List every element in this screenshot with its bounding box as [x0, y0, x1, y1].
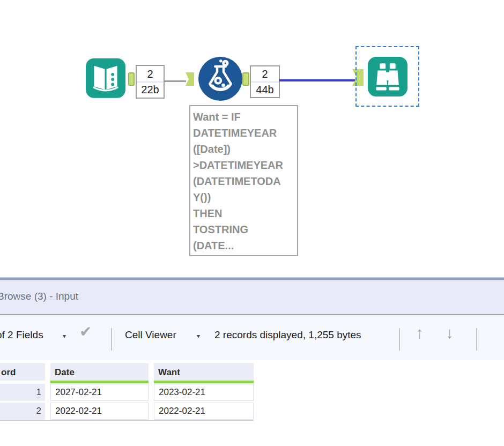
- input-data-tool[interactable]: [86, 57, 125, 98]
- input-output-anchor[interactable]: [128, 72, 135, 86]
- alteryx-window: 2 22b: [0, 0, 504, 446]
- formula-annotation[interactable]: Want = IF DATETIMEYEAR ([Date]) >DATETIM…: [189, 105, 298, 256]
- chevron-down-icon[interactable]: ▾: [197, 332, 200, 340]
- data-size: 22b: [141, 83, 159, 97]
- down-arrow-button[interactable]: ↓: [446, 324, 454, 342]
- record-count: 2: [147, 67, 153, 81]
- column-header-record[interactable]: ord: [0, 363, 45, 381]
- toolbar-divider: [111, 328, 112, 351]
- toolbar-divider: [399, 328, 400, 351]
- results-toolbar: of 2 Fields ▾ ✔ Cell Viewer ▾ 2 records …: [0, 315, 504, 360]
- header-underline: [50, 381, 149, 383]
- cell-date[interactable]: 2027-02-21: [50, 384, 149, 401]
- cell-want[interactable]: 2023-02-21: [154, 384, 254, 401]
- records-status-text: 2 records displayed, 1,255 bytes: [214, 329, 361, 341]
- row-number[interactable]: 1: [0, 384, 45, 401]
- formula-tool[interactable]: [198, 57, 242, 101]
- header-underline: [154, 381, 254, 383]
- chevron-down-icon[interactable]: ▾: [63, 332, 66, 340]
- connection-label-1: 2 22b: [136, 65, 165, 99]
- cell-viewer-dropdown[interactable]: Cell Viewer: [125, 329, 176, 341]
- fields-dropdown[interactable]: of 2 Fields: [0, 329, 43, 341]
- up-arrow-button[interactable]: ↑: [416, 324, 424, 342]
- formula-input-anchor[interactable]: [186, 72, 194, 86]
- workflow-canvas[interactable]: 2 22b: [0, 0, 504, 277]
- table-bottom-border: [0, 420, 254, 421]
- check-icon: ✔: [79, 323, 92, 340]
- data-size: 44b: [256, 83, 273, 97]
- cell-date[interactable]: 2022-02-21: [50, 403, 149, 420]
- flask-icon: [198, 57, 242, 101]
- column-header-want[interactable]: Want: [154, 363, 254, 381]
- results-panel-title: Browse (3) - Input: [0, 291, 78, 302]
- open-book-icon: [86, 57, 125, 98]
- connection-wire-1[interactable]: [164, 80, 186, 82]
- connection-label-2: 2 44b: [250, 65, 280, 98]
- connection-wire-2-selected[interactable]: [279, 79, 355, 81]
- binoculars-icon: [368, 57, 407, 96]
- results-panel-header: Browse (3) - Input: [0, 280, 504, 314]
- column-header-date[interactable]: Date: [50, 363, 149, 381]
- row-number[interactable]: 2: [0, 403, 45, 420]
- browse-tool[interactable]: [368, 57, 407, 96]
- record-count: 2: [262, 67, 268, 81]
- formula-output-anchor[interactable]: [242, 72, 249, 86]
- cell-want[interactable]: 2022-02-21: [154, 403, 254, 420]
- toolbar-divider: [476, 328, 477, 351]
